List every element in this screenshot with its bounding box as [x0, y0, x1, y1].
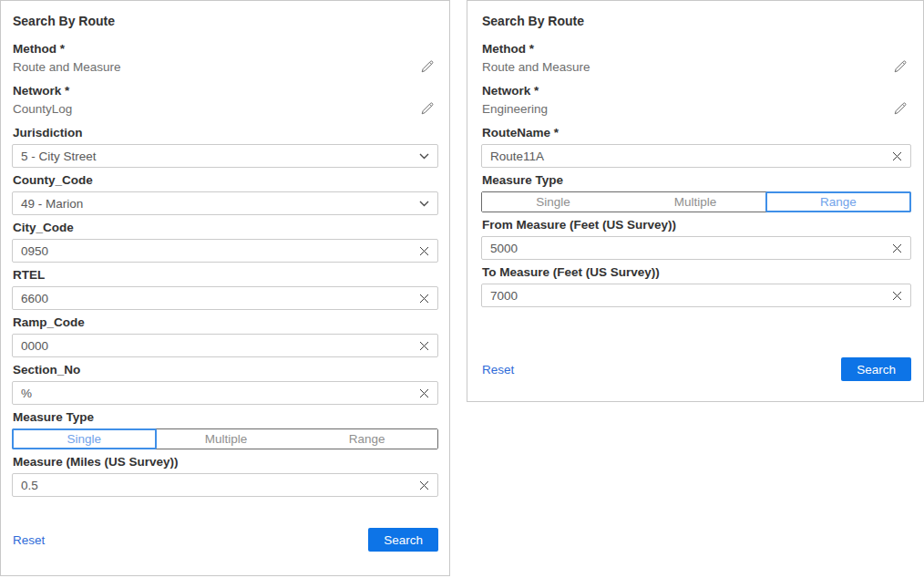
to-measure-clear-button[interactable] — [887, 291, 902, 301]
measure-input[interactable] — [21, 479, 414, 492]
section-no-input[interactable] — [21, 387, 414, 400]
measure-type-segmented-control: Single Multiple Range — [12, 428, 438, 449]
county-code-field: County_Code 49 - Marion — [12, 173, 438, 215]
method-label: Method * — [482, 42, 911, 56]
section-no-inputbox — [12, 381, 438, 405]
measure-field: Measure (Miles (US Survey)) — [12, 455, 438, 497]
reset-link[interactable]: Reset — [482, 363, 514, 377]
method-field: Method * Route and Measure — [12, 42, 438, 74]
ramp-code-clear-button[interactable] — [414, 341, 429, 351]
to-measure-inputbox — [481, 284, 911, 307]
network-value: Engineering — [482, 102, 548, 116]
x-cross-icon — [892, 243, 902, 253]
ramp-code-label: Ramp_Code — [13, 315, 438, 329]
x-cross-icon — [419, 341, 429, 351]
from-measure-clear-button[interactable] — [887, 243, 902, 253]
reset-link[interactable]: Reset — [13, 533, 45, 547]
network-edit-button[interactable] — [893, 101, 908, 116]
x-cross-icon — [892, 291, 902, 301]
measure-clear-button[interactable] — [414, 480, 429, 490]
measure-label: Measure (Miles (US Survey)) — [13, 455, 438, 469]
rtel-input[interactable] — [21, 292, 414, 305]
from-measure-inputbox — [481, 236, 911, 260]
city-code-clear-button[interactable] — [414, 246, 429, 256]
to-measure-input[interactable] — [490, 289, 887, 303]
county-code-label: County_Code — [13, 173, 438, 187]
rtel-inputbox — [12, 286, 438, 310]
page: Search By Route Method * Route and Measu… — [0, 0, 924, 576]
page-title: Search By Route — [482, 14, 911, 28]
measure-inputbox — [12, 473, 438, 497]
pencil-icon — [420, 101, 435, 116]
route-name-clear-button[interactable] — [887, 151, 902, 161]
from-measure-label: From Measure (Feet (US Survey)) — [482, 218, 911, 232]
x-cross-icon — [419, 388, 429, 398]
network-label: Network * — [482, 84, 911, 98]
measure-type-label: Measure Type — [13, 410, 438, 424]
to-measure-label: To Measure (Feet (US Survey)) — [482, 265, 911, 279]
measure-type-option-range[interactable]: Range — [765, 191, 911, 212]
ramp-code-inputbox — [12, 334, 438, 357]
from-measure-input[interactable] — [490, 242, 887, 255]
panel-footer: Reset Search — [12, 528, 438, 552]
city-code-field: City_Code — [12, 221, 438, 263]
measure-type-option-multiple[interactable]: Multiple — [624, 192, 766, 212]
jurisdiction-label: Jurisdiction — [13, 126, 438, 139]
rtel-clear-button[interactable] — [414, 294, 429, 304]
city-code-input[interactable] — [21, 244, 414, 258]
city-code-label: City_Code — [13, 221, 438, 234]
network-field: Network * CountyLog — [12, 84, 438, 116]
section-no-field: Section_No — [12, 363, 438, 405]
measure-type-option-range[interactable]: Range — [296, 429, 437, 449]
x-cross-icon — [419, 294, 429, 304]
route-name-field: RouteName * — [481, 126, 911, 168]
county-code-selected-value: 49 - Marion — [21, 197, 419, 211]
network-edit-button[interactable] — [420, 101, 435, 116]
to-measure-field: To Measure (Feet (US Survey)) — [481, 265, 911, 307]
network-field: Network * Engineering — [481, 84, 911, 116]
pencil-icon — [893, 59, 908, 74]
ramp-code-input[interactable] — [21, 339, 414, 353]
measure-type-segmented-control: Single Multiple Range — [481, 191, 911, 212]
x-cross-icon — [419, 480, 429, 490]
search-by-route-panel-left: Search By Route Method * Route and Measu… — [0, 0, 450, 576]
jurisdiction-selected-value: 5 - City Street — [21, 150, 419, 163]
county-code-select[interactable]: 49 - Marion — [12, 191, 438, 215]
rtel-label: RTEL — [13, 268, 438, 282]
rtel-field: RTEL — [12, 268, 438, 310]
measure-type-field: Measure Type Single Multiple Range — [481, 173, 911, 212]
measure-type-option-single[interactable]: Single — [482, 192, 624, 212]
page-title: Search By Route — [13, 14, 438, 28]
section-no-label: Section_No — [13, 363, 438, 377]
method-value: Route and Measure — [482, 60, 590, 74]
method-edit-button[interactable] — [893, 59, 908, 74]
section-no-clear-button[interactable] — [414, 388, 429, 398]
pencil-icon — [893, 101, 908, 116]
method-edit-button[interactable] — [420, 59, 435, 74]
measure-type-field: Measure Type Single Multiple Range — [12, 410, 438, 449]
pencil-icon — [420, 59, 435, 74]
search-by-route-panel-right: Search By Route Method * Route and Measu… — [467, 0, 924, 402]
route-name-inputbox — [481, 144, 911, 168]
city-code-inputbox — [12, 239, 438, 263]
method-value: Route and Measure — [13, 60, 121, 74]
chevron-down-icon — [419, 201, 429, 207]
measure-type-option-multiple[interactable]: Multiple — [156, 429, 297, 449]
jurisdiction-select[interactable]: 5 - City Street — [12, 144, 438, 168]
x-cross-icon — [419, 246, 429, 256]
from-measure-field: From Measure (Feet (US Survey)) — [481, 218, 911, 260]
method-field: Method * Route and Measure — [481, 42, 911, 74]
network-label: Network * — [13, 84, 438, 98]
jurisdiction-field: Jurisdiction 5 - City Street — [12, 126, 438, 168]
route-name-input[interactable] — [490, 150, 887, 163]
measure-type-option-single[interactable]: Single — [12, 428, 157, 449]
panel-footer: Reset Search — [481, 357, 911, 381]
route-name-label: RouteName * — [482, 126, 911, 139]
x-cross-icon — [892, 151, 902, 161]
search-button[interactable]: Search — [368, 528, 438, 552]
search-button[interactable]: Search — [841, 357, 911, 381]
measure-type-label: Measure Type — [482, 173, 911, 187]
ramp-code-field: Ramp_Code — [12, 315, 438, 357]
method-label: Method * — [13, 42, 438, 56]
network-value: CountyLog — [13, 102, 72, 116]
